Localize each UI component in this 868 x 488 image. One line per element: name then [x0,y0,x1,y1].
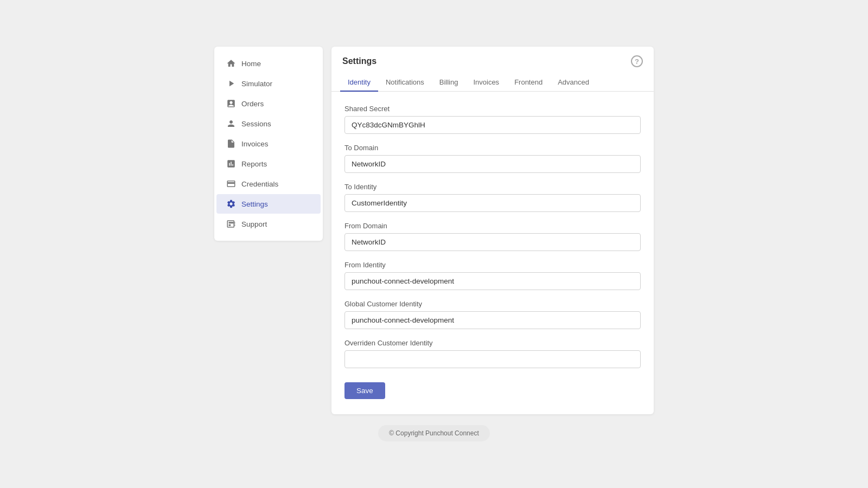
settings-title: Settings [342,56,376,66]
sidebar-label-settings: Settings [241,200,268,208]
to-domain-group: To Domain [344,144,641,173]
sidebar-item-reports[interactable]: Reports [216,154,321,174]
home-icon [226,59,236,68]
support-icon [226,219,236,229]
copyright-text: © Copyright Punchout Connect [378,425,490,441]
shared-secret-label: Shared Secret [344,105,641,113]
orders-icon [226,99,236,108]
to-domain-input[interactable] [344,155,641,173]
tab-invoices[interactable]: Invoices [465,74,507,92]
main-content: Settings ? Identity Notifications Billin… [331,47,654,414]
tab-identity[interactable]: Identity [340,74,378,92]
help-icon[interactable]: ? [631,55,643,67]
sidebar-item-simulator[interactable]: Simulator [216,74,321,93]
sidebar-label-sessions: Sessions [241,120,271,128]
sessions-icon [226,119,236,129]
tab-notifications[interactable]: Notifications [378,74,432,92]
sidebar-label-home: Home [241,60,261,68]
from-domain-label: From Domain [344,222,641,230]
global-customer-identity-group: Global Customer Identity [344,300,641,329]
from-identity-input[interactable] [344,272,641,290]
from-identity-group: From Identity [344,261,641,290]
sidebar-label-invoices: Invoices [241,140,269,148]
sidebar-item-orders[interactable]: Orders [216,94,321,113]
tab-frontend[interactable]: Frontend [507,74,550,92]
tab-advanced[interactable]: Advanced [550,74,597,92]
from-identity-label: From Identity [344,261,641,269]
credentials-icon [226,179,236,189]
sidebar-label-simulator: Simulator [241,80,272,88]
sidebar-item-invoices[interactable]: Invoices [216,134,321,153]
sidebar-item-support[interactable]: Support [216,214,321,234]
overriden-customer-identity-label: Overriden Customer Identity [344,339,641,347]
sidebar-item-credentials[interactable]: Credentials [216,174,321,194]
tab-billing[interactable]: Billing [432,74,466,92]
app-container: Home Simulator Orders [214,47,654,414]
identity-form: Shared Secret To Domain To Identity [331,92,654,414]
save-button[interactable]: Save [344,382,385,399]
from-domain-input[interactable] [344,233,641,251]
footer: © Copyright Punchout Connect [378,425,490,441]
to-domain-label: To Domain [344,144,641,152]
page-wrapper: Home Simulator Orders [0,0,868,488]
sidebar-label-orders: Orders [241,100,264,108]
overriden-customer-identity-group: Overriden Customer Identity [344,339,641,368]
settings-icon [226,199,236,209]
sidebar-item-settings[interactable]: Settings [216,194,321,214]
to-identity-label: To Identity [344,183,641,191]
to-identity-input[interactable] [344,194,641,212]
settings-header: Settings ? [331,47,654,67]
global-customer-identity-label: Global Customer Identity [344,300,641,308]
reports-icon [226,159,236,169]
shared-secret-input[interactable] [344,116,641,134]
from-domain-group: From Domain [344,222,641,251]
invoices-icon [226,139,236,149]
play-icon [226,79,236,88]
sidebar-label-reports: Reports [241,160,267,168]
shared-secret-group: Shared Secret [344,105,641,134]
overriden-customer-identity-input[interactable] [344,350,641,368]
sidebar-item-home[interactable]: Home [216,54,321,73]
sidebar: Home Simulator Orders [214,47,323,241]
sidebar-item-sessions[interactable]: Sessions [216,114,321,133]
tabs-container: Identity Notifications Billing Invoices … [331,74,654,92]
sidebar-label-credentials: Credentials [241,180,278,188]
global-customer-identity-input[interactable] [344,311,641,329]
sidebar-label-support: Support [241,220,267,228]
settings-panel: Settings ? Identity Notifications Billin… [331,47,654,414]
to-identity-group: To Identity [344,183,641,212]
